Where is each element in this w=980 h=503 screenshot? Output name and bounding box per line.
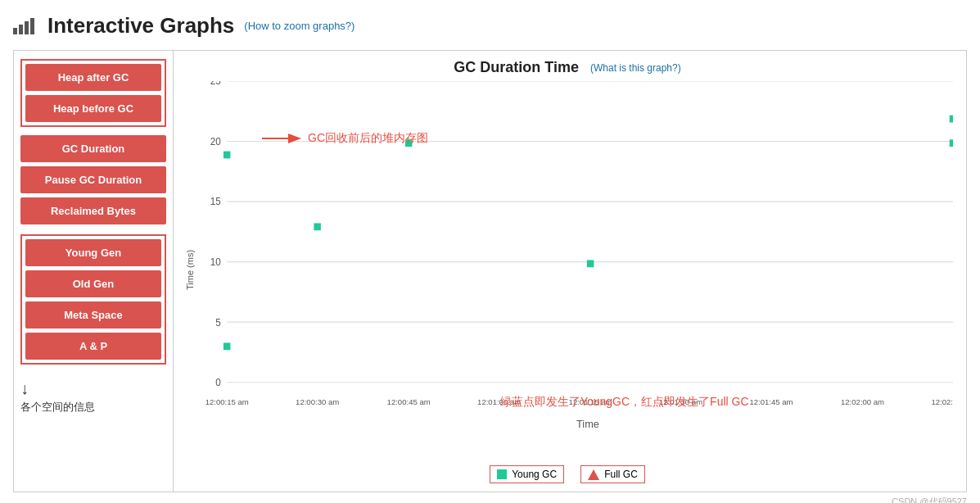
sidebar-group-heap: Heap after GC Heap before GC: [20, 59, 166, 127]
svg-rect-22: [224, 152, 230, 159]
svg-text:15: 15: [210, 196, 221, 207]
chart-inner: 25 20 15 10 5 0 12:00:15 am 12:00:30 am …: [196, 81, 953, 459]
sidebar-btn-pause-gc-duration[interactable]: Pause GC Duration: [20, 166, 166, 193]
chart-annotation-top: GC回收前后的堆内存图: [262, 129, 428, 148]
chart-annotation-top-text: GC回收前后的堆内存图: [308, 131, 428, 146]
legend-young-gc-label: Young GC: [512, 469, 557, 480]
svg-text:20: 20: [210, 136, 221, 147]
svg-rect-24: [314, 223, 320, 230]
chart-legend: Young GC Full GC: [182, 465, 953, 483]
svg-text:10: 10: [210, 256, 221, 268]
svg-rect-28: [587, 260, 594, 267]
svg-rect-23: [224, 342, 230, 350]
sidebar-btn-heap-after-gc[interactable]: Heap after GC: [25, 64, 161, 91]
sidebar-btn-reclaimed-bytes[interactable]: Reclaimed Bytes: [20, 197, 166, 224]
legend-item-full-gc: Full GC: [580, 465, 645, 483]
svg-text:25: 25: [210, 81, 221, 87]
y-axis-label: Time (ms): [182, 81, 195, 459]
zoom-link[interactable]: (How to zoom graphs?): [244, 20, 355, 32]
svg-rect-26: [950, 116, 953, 123]
chart-annotation-bottom: 绿蓝点即发生了YoungGC，红点即发生了Full GC: [500, 395, 749, 410]
svg-text:12:00:15 am: 12:00:15 am: [205, 397, 249, 406]
legend-full-gc-label: Full GC: [604, 469, 638, 480]
sidebar-annotation-text: 各个空间的信息: [20, 400, 95, 415]
main-container: Heap after GC Heap before GC GC Duration…: [13, 50, 967, 492]
sidebar-btn-old-gen[interactable]: Old Gen: [25, 270, 161, 297]
sidebar: Heap after GC Heap before GC GC Duration…: [14, 51, 174, 492]
legend-item-young-gc: Young GC: [490, 465, 564, 483]
svg-text:12:00:45 am: 12:00:45 am: [387, 397, 431, 406]
page-header: Interactive Graphs (How to zoom graphs?): [13, 13, 967, 39]
svg-text:12:02:15 am: 12:02:15 am: [931, 397, 953, 406]
watermark: CSDN @代码9527: [13, 496, 967, 503]
svg-text:5: 5: [215, 316, 221, 328]
svg-text:12:00:30 am: 12:00:30 am: [296, 397, 339, 406]
sidebar-btn-heap-before-gc[interactable]: Heap before GC: [25, 95, 161, 122]
chart-area: GC Duration Time (What is this graph?) T…: [174, 51, 966, 492]
chart-wrapper: Time (ms) 25 20: [182, 81, 953, 459]
annotation-arrow-icon: [262, 129, 303, 148]
svg-text:12:01:45 am: 12:01:45 am: [749, 397, 793, 406]
sidebar-annotation-block: ↓ 各个空间的信息: [20, 379, 166, 415]
bar-chart-icon: [13, 18, 34, 34]
svg-text:12:02:00 am: 12:02:00 am: [841, 397, 884, 406]
svg-text:Time: Time: [576, 417, 599, 429]
chart-header: GC Duration Time (What is this graph?): [182, 59, 953, 76]
sidebar-group-gen: Young Gen Old Gen Meta Space A & P: [20, 234, 166, 365]
svg-rect-27: [950, 139, 953, 147]
young-gc-icon: [497, 469, 507, 479]
svg-text:0: 0: [215, 377, 221, 388]
page-title: Interactive Graphs: [47, 13, 234, 39]
sidebar-group-gc: GC Duration Pause GC Duration Reclaimed …: [20, 135, 166, 224]
sidebar-btn-gc-duration[interactable]: GC Duration: [20, 135, 166, 162]
full-gc-icon: [588, 469, 599, 480]
sidebar-btn-a-and-p[interactable]: A & P: [25, 333, 161, 360]
chart-title: GC Duration Time: [454, 59, 579, 76]
chart-info-link[interactable]: (What is this graph?): [590, 62, 681, 74]
down-arrow-icon: ↓: [20, 379, 29, 398]
sidebar-btn-meta-space[interactable]: Meta Space: [25, 301, 161, 329]
sidebar-btn-young-gen[interactable]: Young Gen: [25, 239, 161, 266]
